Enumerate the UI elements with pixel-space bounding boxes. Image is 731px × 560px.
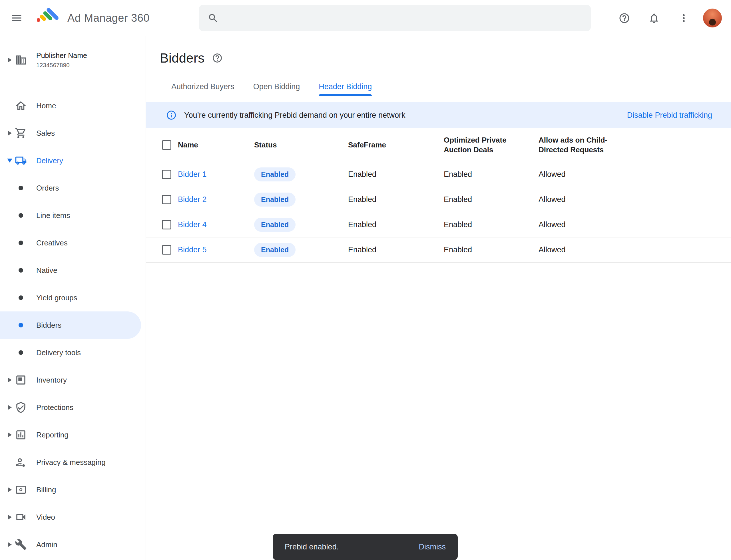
bullet-icon — [19, 268, 23, 273]
hamburger-icon — [10, 12, 23, 24]
search-input[interactable] — [225, 5, 591, 31]
snackbar-toast: Prebid enabled. Dismiss — [273, 534, 458, 560]
optimized-private-auction-deals-cell: Enabled — [444, 195, 538, 204]
publisher-name: Publisher Name — [36, 51, 87, 60]
chevron-right-icon — [8, 542, 12, 547]
ad-manager-logo-icon — [37, 7, 60, 29]
notifications-button[interactable] — [644, 8, 664, 28]
building-icon — [15, 54, 27, 66]
bidder-link[interactable]: Bidder 5 — [178, 245, 207, 254]
sidebar-item-delivery[interactable]: Delivery — [0, 147, 146, 174]
allow-ads-child-directed-cell: Allowed — [538, 195, 731, 204]
video-camera-icon — [15, 511, 27, 523]
top-header: Ad Manager 360 — [0, 0, 731, 36]
sidebar-item-creatives[interactable]: Creatives — [0, 229, 146, 257]
search-bar[interactable] — [199, 5, 591, 31]
allow-ads-child-directed-cell: Allowed — [538, 245, 731, 254]
sidebar-item-home[interactable]: Home — [0, 92, 146, 119]
allow-ads-child-directed-cell: Allowed — [538, 220, 731, 229]
sidebar-item-admin[interactable]: Admin — [0, 531, 146, 558]
bullet-icon — [19, 186, 23, 190]
status-badge: Enabled — [254, 167, 296, 181]
hamburger-menu-button[interactable] — [6, 8, 27, 28]
column-header-allow-ads-child-directed: Allow ads on Child-Directed Requests — [538, 135, 613, 155]
column-header-status: Status — [254, 140, 348, 150]
bullet-icon — [19, 241, 23, 245]
wrench-icon — [15, 539, 27, 551]
bar-chart-icon — [15, 429, 27, 441]
sidebar-item-privacy-messaging[interactable]: Privacy & messaging — [0, 449, 146, 476]
publisher-selector[interactable]: Publisher Name 1234567890 — [0, 36, 146, 84]
topbar-actions — [614, 0, 731, 36]
bullet-icon — [19, 295, 23, 300]
tab-header-bidding[interactable]: Header Bidding — [319, 82, 372, 96]
app-root: Ad Manager 360 Publisher Nam — [0, 0, 731, 560]
row-checkbox[interactable] — [162, 195, 171, 204]
more-options-button[interactable] — [673, 8, 694, 28]
sidebar-item-yield-groups[interactable]: Yield groups — [0, 284, 146, 311]
chevron-right-icon — [8, 487, 12, 492]
allow-ads-child-directed-cell: Allowed — [538, 170, 731, 179]
bidders-table: Name Status SafeFrame Optimized Private … — [146, 128, 731, 263]
tab-bar: Authorized Buyers Open Bidding Header Bi… — [171, 82, 731, 96]
table-header-row: Name Status SafeFrame Optimized Private … — [146, 128, 731, 162]
sidebar-item-bidders[interactable]: Bidders — [0, 311, 141, 339]
sidebar-item-orders[interactable]: Orders — [0, 174, 146, 202]
help-icon — [618, 12, 630, 24]
payment-card-icon — [15, 484, 27, 496]
safeframe-cell: Enabled — [348, 245, 444, 254]
bidder-link[interactable]: Bidder 1 — [178, 170, 207, 179]
truck-icon — [15, 155, 27, 167]
search-icon — [208, 13, 219, 24]
person-privacy-icon — [15, 456, 27, 468]
account-avatar[interactable] — [703, 9, 722, 27]
sidebar-item-sales[interactable]: Sales — [0, 119, 146, 147]
help-button[interactable] — [614, 8, 634, 28]
column-header-optimized-private-auction-deals: Optimized Private Auction Deals — [444, 135, 512, 155]
optimized-private-auction-deals-cell: Enabled — [444, 170, 538, 179]
status-badge: Enabled — [254, 218, 296, 232]
column-header-name: Name — [178, 140, 254, 150]
tab-authorized-buyers[interactable]: Authorized Buyers — [171, 82, 235, 96]
table-row: Bidder 5 Enabled Enabled Enabled Allowed — [146, 237, 731, 263]
sidebar-item-reporting[interactable]: Reporting — [0, 421, 146, 449]
disable-prebid-trafficking-link[interactable]: Disable Prebid trafficking — [627, 111, 712, 120]
prebid-info-banner: You’re currently trafficking Prebid dema… — [146, 102, 731, 128]
row-checkbox[interactable] — [162, 245, 171, 255]
sidebar-item-delivery-tools[interactable]: Delivery tools — [0, 339, 146, 366]
sidebar-item-billing[interactable]: Billing — [0, 476, 146, 503]
info-icon — [166, 110, 177, 121]
sidebar-nav: Home Sales Delivery Orders Line item — [0, 84, 146, 558]
bullet-icon — [19, 350, 23, 355]
chevron-right-icon — [8, 405, 12, 410]
sidebar-item-native[interactable]: Native — [0, 257, 146, 284]
cart-icon — [15, 127, 27, 139]
table-row: Bidder 2 Enabled Enabled Enabled Allowed — [146, 187, 731, 212]
row-checkbox[interactable] — [162, 170, 171, 179]
bidder-link[interactable]: Bidder 4 — [178, 220, 207, 229]
bidder-link[interactable]: Bidder 2 — [178, 195, 207, 204]
page-title: Bidders — [160, 50, 205, 66]
chevron-right-icon — [8, 131, 12, 136]
sidebar-item-line-items[interactable]: Line items — [0, 202, 146, 229]
toast-dismiss-button[interactable]: Dismiss — [419, 543, 446, 551]
optimized-private-auction-deals-cell: Enabled — [444, 245, 538, 254]
chevron-right-icon — [8, 432, 12, 437]
status-badge: Enabled — [254, 243, 296, 257]
sidebar-item-video[interactable]: Video — [0, 503, 146, 531]
toast-message: Prebid enabled. — [285, 543, 339, 551]
app-title: Ad Manager 360 — [67, 12, 150, 24]
chevron-right-icon — [8, 515, 12, 520]
status-badge: Enabled — [254, 193, 296, 207]
sidebar-item-protections[interactable]: Protections — [0, 394, 146, 421]
banner-message: You’re currently trafficking Prebid dema… — [184, 111, 405, 120]
publisher-id: 1234567890 — [36, 61, 87, 69]
row-checkbox[interactable] — [162, 220, 171, 229]
safeframe-cell: Enabled — [348, 220, 444, 229]
select-all-checkbox[interactable] — [162, 140, 171, 150]
bullet-icon — [19, 213, 23, 218]
bullet-icon — [19, 323, 23, 327]
page-help-icon[interactable] — [212, 53, 223, 63]
tab-open-bidding[interactable]: Open Bidding — [253, 82, 300, 96]
sidebar-item-inventory[interactable]: Inventory — [0, 366, 146, 394]
